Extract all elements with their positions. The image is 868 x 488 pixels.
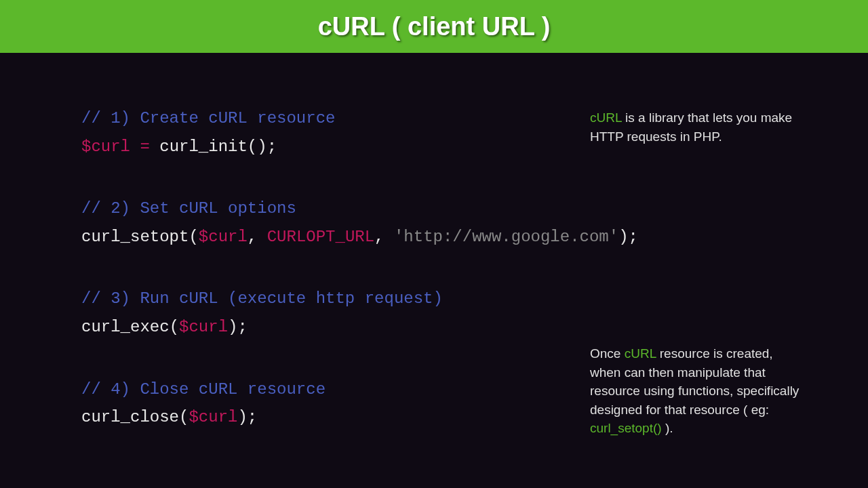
code-block-4: // 4) Close cURL resource curl_close($cu… xyxy=(81,378,638,429)
function-call: curl_init xyxy=(159,138,248,156)
paren-close: ); xyxy=(228,318,248,336)
constant: CURLOPT_URL xyxy=(267,228,374,246)
operator: = xyxy=(130,138,159,156)
code-area: // 1) Create cURL resource $curl = curl_… xyxy=(81,107,638,468)
note-bottom: Once cURL resource is created, when can … xyxy=(590,344,800,438)
arg-variable: $curl xyxy=(189,408,237,426)
arg-variable: $curl xyxy=(179,318,228,336)
comment-3: // 3) Run cURL (execute http request) xyxy=(81,287,638,310)
function-call: curl_setopt xyxy=(81,228,189,246)
paren-close: ); xyxy=(618,228,638,246)
note-text: Once xyxy=(590,346,625,361)
code-line-1: $curl = curl_init(); xyxy=(81,136,638,159)
highlight-term: cURL xyxy=(590,110,622,125)
paren-open: ( xyxy=(170,318,179,336)
slide-body: // 1) Create cURL resource $curl = curl_… xyxy=(0,53,868,488)
comment-2: // 2) Set cURL options xyxy=(81,197,638,220)
code-block-2: // 2) Set cURL options curl_setopt($curl… xyxy=(81,197,638,248)
code-line-2: curl_setopt($curl, CURLOPT_URL, 'http://… xyxy=(81,226,638,249)
function-call: curl_close xyxy=(81,408,179,426)
paren-open: ( xyxy=(179,408,189,426)
comment-4: // 4) Close cURL resource xyxy=(81,378,638,401)
comment-1: // 1) Create cURL resource xyxy=(81,107,638,130)
paren-open: ( xyxy=(189,228,198,246)
arg-variable: $curl xyxy=(199,228,248,246)
code-block-1: // 1) Create cURL resource $curl = curl_… xyxy=(81,107,638,158)
code-line-4: curl_close($curl); xyxy=(81,406,638,429)
code-line-3: curl_exec($curl); xyxy=(81,316,638,339)
note-top: cURL is a library that lets you make HTT… xyxy=(590,108,793,146)
note-text: ). xyxy=(662,421,673,435)
string-literal: 'http://www.google.com' xyxy=(394,228,618,246)
slide-title: cURL ( client URL ) xyxy=(318,12,551,41)
parens: (); xyxy=(248,138,277,156)
variable: $curl xyxy=(81,138,130,156)
paren-close: ); xyxy=(237,408,257,426)
code-block-3: // 3) Run cURL (execute http request) cu… xyxy=(81,287,638,338)
highlight-term: cURL xyxy=(625,346,656,361)
slide-header: cURL ( client URL ) xyxy=(0,0,868,53)
function-call: curl_exec xyxy=(81,318,170,336)
highlight-term: curl_setopt() xyxy=(590,421,662,435)
comma: , xyxy=(248,228,267,246)
comma: , xyxy=(374,228,394,246)
